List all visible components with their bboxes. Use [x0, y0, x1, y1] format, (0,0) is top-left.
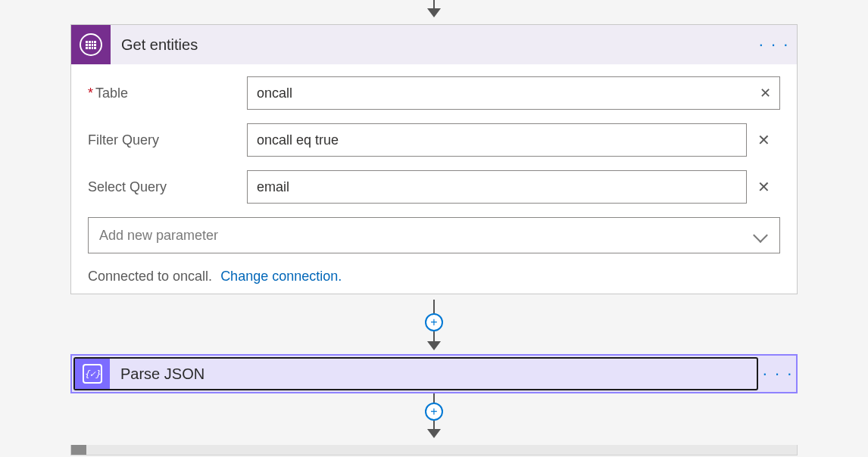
plus-icon: + — [430, 406, 437, 418]
arrow-down-icon — [427, 8, 441, 17]
arrow-down-icon — [427, 341, 441, 350]
plus-icon: + — [430, 316, 437, 328]
clear-icon[interactable]: ✕ — [747, 177, 780, 197]
connector-top: + — [425, 0, 443, 17]
field-row-select: Select Query ✕ — [88, 170, 780, 204]
chevron-down-icon — [753, 228, 768, 243]
table-input[interactable] — [247, 76, 780, 110]
storage-table-icon — [71, 25, 111, 64]
field-label: Filter Query — [88, 132, 247, 148]
action-card-get-entities: Get entities · · · * Table ✕ Filter Quer… — [70, 24, 798, 294]
field-label: * Table — [88, 85, 247, 101]
change-connection-link[interactable]: Change connection. — [220, 269, 342, 284]
connector-bottom: + — [425, 393, 443, 438]
arrow-down-icon — [427, 429, 441, 438]
action-card-parse-json: {✓} Parse JSON · · · — [70, 354, 798, 393]
card-body: * Table ✕ Filter Query ✕ Sel — [71, 64, 797, 294]
add-parameter-placeholder: Add new parameter — [99, 228, 218, 244]
card-title: Get entities — [111, 36, 751, 54]
field-row-filter: Filter Query ✕ — [88, 123, 780, 157]
field-label: Select Query — [88, 179, 247, 195]
required-asterisk: * — [88, 86, 93, 100]
connector-mid: + — [425, 300, 443, 350]
drag-handle-icon[interactable] — [71, 445, 86, 455]
card-header[interactable]: Get entities · · · — [71, 25, 797, 64]
card-menu-button[interactable]: · · · — [751, 35, 797, 54]
select-query-input[interactable] — [247, 170, 747, 204]
add-step-button-bottom[interactable]: + — [425, 403, 443, 421]
clear-icon[interactable]: ✕ — [757, 82, 774, 104]
add-step-button-mid[interactable]: + — [425, 313, 443, 331]
card-header[interactable]: {✓} Parse JSON — [73, 357, 758, 390]
clear-icon[interactable]: ✕ — [747, 130, 780, 150]
filter-query-input[interactable] — [247, 123, 747, 157]
add-parameter-dropdown[interactable]: Add new parameter — [88, 217, 780, 253]
field-row-table: * Table ✕ — [88, 76, 780, 110]
card-menu-button[interactable]: · · · — [760, 356, 796, 392]
connection-status: Connected to oncall. Change connection. — [88, 269, 780, 284]
collapsed-step-stub[interactable] — [70, 445, 798, 455]
parse-json-icon: {✓} — [75, 359, 110, 389]
card-title: Parse JSON — [110, 365, 205, 383]
flow-canvas: + Get entities · · · * Table ✕ — [0, 0, 868, 457]
